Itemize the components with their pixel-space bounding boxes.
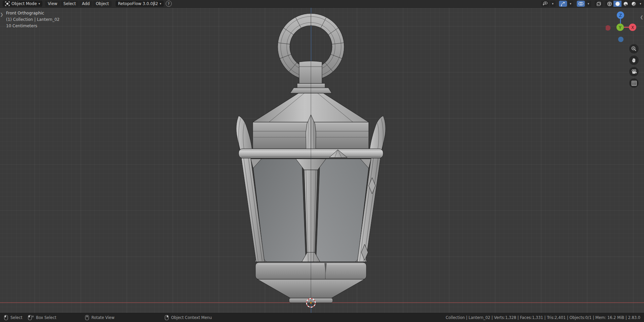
wireframe-sphere-icon [607, 1, 612, 6]
object-mode-icon [5, 1, 10, 6]
show-gizmo-toggle[interactable] [559, 1, 567, 7]
hint-label: Rotate View [91, 315, 115, 320]
camera-icon [631, 69, 637, 74]
hint-select: Select [4, 313, 22, 322]
material-sphere-icon [623, 1, 628, 6]
xray-icon [596, 1, 601, 6]
blender-window: { "header": { "mode_label": "Object Mode… [0, 0, 644, 322]
hint-rotate-view: Rotate View [85, 313, 115, 322]
magnifier-plus-icon [631, 46, 637, 51]
mode-selector[interactable]: Object Mode ▾ [3, 1, 42, 7]
status-bar: Select Box Select Rotate View Object Con… [0, 313, 644, 322]
zoom-tool-button[interactable] [629, 44, 639, 53]
hand-icon [631, 58, 637, 63]
viewport-overlay-text: Front Orthographic (1) Collection | Lant… [6, 10, 59, 29]
menu-object[interactable]: Object [93, 1, 112, 7]
camera-view-button[interactable] [629, 67, 639, 76]
mouse-middle-icon [85, 315, 89, 320]
show-overlays-toggle[interactable] [577, 1, 585, 7]
gizmo-neg-x-ball[interactable] [606, 25, 611, 31]
overlays-dropdown[interactable]: ▾ [586, 1, 591, 7]
sidebar-expand-chevron[interactable]: ❮ [640, 15, 643, 20]
mode-label: Object Mode [11, 1, 37, 6]
menu-view[interactable]: View [45, 1, 60, 7]
retopoflow-label: RetopoFlow 3.0.0β2 [118, 1, 158, 6]
viewport-header: Object Mode ▾ View Select Add Object Ret… [0, 0, 644, 8]
menu-add[interactable]: Add [79, 1, 92, 7]
viewport-3d[interactable] [0, 0, 644, 313]
shading-dropdown[interactable]: ▾ [638, 1, 643, 7]
scene-canvas [0, 0, 644, 313]
hint-context-menu: Object Context Menu [165, 313, 212, 322]
shading-wireframe-button[interactable] [605, 1, 613, 7]
gizmo-neg-z-ball[interactable] [618, 37, 623, 42]
retopoflow-help-button[interactable]: ? [166, 1, 172, 7]
mouse-left-icon [4, 315, 8, 320]
grid-icon [632, 81, 637, 86]
retopoflow-menu[interactable]: RetopoFlow 3.0.0β2 ▾ [116, 1, 164, 7]
visibility-dropdown[interactable]: ▾ [550, 1, 556, 7]
solid-sphere-icon [615, 1, 620, 6]
svg-text:Y: Y [618, 25, 621, 30]
hint-box-select: Box Select [28, 313, 56, 322]
scene-stats: Collection | Lantern_02 | Verts:1,328 | … [446, 313, 640, 322]
gizmo-dropdown[interactable]: ▾ [568, 1, 573, 7]
shading-solid-button[interactable] [613, 1, 621, 7]
header-toggles: ▾ ▾ ▾ [540, 1, 643, 7]
viewport-side-tools [629, 44, 639, 88]
mouse-right-icon [165, 315, 169, 320]
svg-text:Z: Z [619, 13, 622, 18]
shading-mode-group: ▾ [605, 1, 643, 7]
chevron-down-icon: ▾ [160, 2, 161, 5]
toolbar-expand-chevron[interactable]: ❯ [0, 12, 3, 17]
menu-select[interactable]: Select [61, 1, 79, 7]
rendered-sphere-icon [631, 1, 636, 6]
context-label: (1) Collection | Lantern_02 [6, 16, 59, 23]
overlays-icon [578, 1, 583, 6]
xray-toggle[interactable] [595, 1, 603, 7]
navigation-gizmo[interactable]: Z Y X [606, 9, 639, 44]
svg-text:X: X [631, 25, 634, 30]
hint-label: Box Select [36, 315, 56, 320]
shading-rendered-button[interactable] [630, 1, 638, 7]
view-name-label: Front Orthographic [6, 10, 59, 16]
chevron-down-icon: ▾ [39, 2, 40, 5]
shading-material-button[interactable] [621, 1, 630, 7]
hint-label: Object Context Menu [171, 315, 212, 320]
ortho-grid-button[interactable] [629, 78, 639, 88]
mouse-left-drag-icon [28, 315, 34, 320]
gizmo-icon [561, 1, 566, 6]
hint-label: Select [10, 315, 22, 320]
visibility-eye-icon [542, 1, 548, 6]
grid-scale-label: 10 Centimeters [6, 23, 59, 29]
pan-tool-button[interactable] [629, 56, 639, 65]
object-visibility-button[interactable] [541, 1, 549, 7]
